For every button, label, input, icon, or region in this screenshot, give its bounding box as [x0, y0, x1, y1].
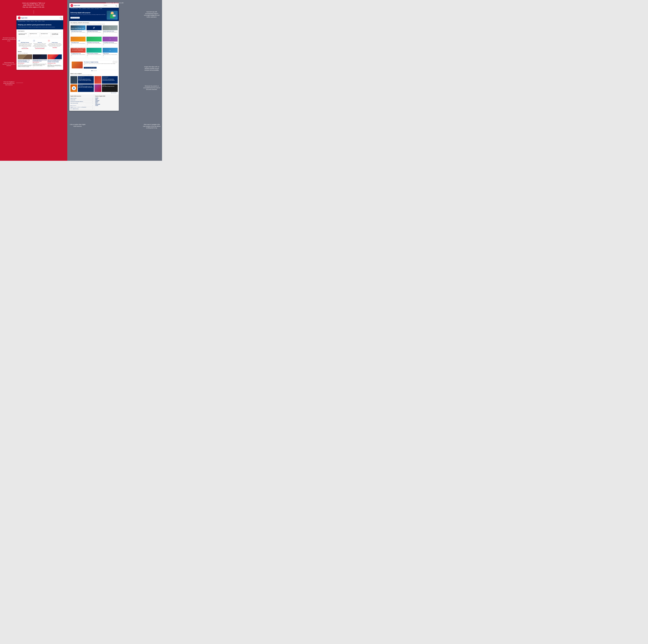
explore-link-strategy[interactable]: Strategy — [95, 97, 118, 98]
nav-item-1[interactable]: NSW Digital Strategy ▾ — [18, 21, 25, 21]
news-person-silhouette: 👤 — [72, 86, 76, 90]
branch-identity-nsw[interactable]: Identity NSW → — [70, 99, 93, 101]
product-body-5: NSW Digital Connectivity Index Lorem ips… — [87, 42, 102, 47]
product-desc-6: Lorem ipsum dolor sit amet, consectetur … — [103, 43, 117, 45]
news-card-2[interactable]: Digital Transformation 14th October 2024… — [95, 76, 118, 84]
nav-left: NSW Digital Strategy ▾ Funding ▾ Deliver… — [16, 20, 63, 22]
product-desc-7: Lorem ipsum dolor sit amet, consectetur … — [71, 54, 85, 56]
branch-arrow-cyber-security: → — [92, 103, 93, 104]
nav-item-3[interactable]: Delivery ▾ — [31, 21, 34, 21]
dot-4[interactable] — [95, 70, 96, 71]
dot-1[interactable] — [92, 70, 92, 71]
branch-arrow-digital-strategy: → — [92, 107, 93, 108]
nav-item-2[interactable]: Funding ▾ — [26, 21, 30, 21]
explore-link-policy[interactable]: Policy — [95, 99, 118, 99]
fast-track-item-4[interactable]: Accessibility and Inclusivity Toolkit → — [51, 33, 62, 37]
product-img-6: img — [103, 37, 117, 42]
product-card-8[interactable]: NSW Automation Guidelines Lorem ipsum do… — [87, 48, 102, 58]
product-arrow-9: → — [103, 56, 117, 58]
fast-track-title: Fast track to — [18, 31, 62, 32]
nav-item-5[interactable]: Talk to us — [38, 21, 41, 21]
branch-ict-sourcing[interactable]: ICT + Digital Sourcing → — [70, 108, 93, 110]
news-body-1: Digital Transformation 8th Oct 2024 Deli… — [78, 76, 94, 84]
explore-link-delivery[interactable]: Delivery — [95, 101, 118, 102]
nav-r-6[interactable]: Case studies — [95, 8, 99, 9]
news-card-3[interactable]: 👤 Digital Assurance The Trends and Insig… — [70, 84, 94, 92]
nav-r-4[interactable]: Delivery ▾ — [87, 8, 91, 9]
news-body-2: Digital Transformation 14th October 2024… — [102, 76, 118, 84]
view-all-articles[interactable]: View all articles → — [70, 93, 118, 93]
product-design-title: Design System — [48, 42, 62, 43]
news-title: What's new in digital? — [70, 73, 118, 74]
product-card-5[interactable]: NSW Digital Connectivity Index Lorem ips… — [87, 37, 102, 47]
branch-arrow-govt-tech: → — [92, 101, 93, 102]
fast-track-item-1[interactable]: The metaverse and the NSW Government → — [18, 33, 29, 37]
product-strategy-link[interactable]: Explore the strategy — [18, 48, 32, 49]
product-strategy-title: NSW Digital Strategy — [18, 42, 32, 43]
nav-r-3[interactable]: Investment ▾ — [82, 8, 87, 9]
product-card-6[interactable]: img Accessibility and Inclusivity Lorem … — [102, 37, 118, 47]
left-panel: Users are navigating to 'Talk to us' pag… — [0, 0, 67, 161]
nav-item-4[interactable]: Policy ▾ — [35, 21, 37, 21]
carousel-prev-btn[interactable]: ‹ — [113, 61, 115, 63]
story-card-2[interactable]: Delivering digital with purpose through … — [33, 54, 47, 69]
explore-link-contact[interactable]: Contact — [95, 105, 118, 106]
branch-digital-channels[interactable]: Digital Channels → — [70, 97, 93, 99]
news-card-4[interactable]: Digital NSW NSW Digital Strategy launche… — [95, 84, 118, 92]
annotation-imagery-right: Imagery that aligns with our Ministers p… — [143, 66, 161, 71]
fast-track-item-2[interactable]: Digital Restart Fund → — [29, 33, 40, 37]
fast-track-item-3[interactable]: State Digital Assets → — [40, 33, 51, 37]
story-card-1[interactable]: Learning from the success of the Process… — [18, 54, 32, 69]
annotation-line-products — [16, 63, 23, 64]
product-card-2[interactable]: ✗ NSW Digital Design System Lorem ipsum … — [87, 25, 102, 36]
news-image-4 — [95, 84, 101, 92]
logo-area-right: NSW Digital NSW — [70, 4, 80, 7]
search-icon-left[interactable] — [60, 17, 62, 19]
story-card-3[interactable]: What's new in the Digital Assurance Fram… — [48, 54, 62, 69]
nav-item-6[interactable]: Stories — [42, 21, 45, 21]
product-card-9[interactable]: img Digital Identity Lorem ipsum dolor s… — [102, 48, 118, 58]
feature-card: The future of digital identity Verifying… — [70, 60, 118, 70]
browser-left-mockup: NSW Digital NSW NSW Digital Strategy ▾ F… — [16, 15, 63, 70]
product-card-3[interactable]: img Special Collaboration Portal Lorem i… — [102, 25, 118, 36]
product-arrow-6: → — [103, 45, 117, 46]
product-arrow-1: → — [71, 34, 85, 35]
product-arrow-2: → — [87, 34, 101, 35]
product-desc-3: Lorem ipsum dolor sit amet, consectetur … — [103, 32, 117, 34]
right-panel: Accompany the search icon with placehold… — [67, 0, 162, 161]
annotation-pages-right: These pages are crucial for our users, a… — [69, 44, 87, 51]
stories-grid-left: Learning from the success of the Process… — [18, 54, 62, 69]
nav-r-5[interactable]: About ▾ — [91, 8, 94, 9]
branch-name-identity-nsw: Identity NSW — [70, 99, 75, 100]
story-title-3: What's new in the Digital Assurance Fram… — [48, 60, 62, 62]
product-design-link[interactable]: Start building — [48, 47, 62, 48]
carousel-nav: ‹ › — [113, 61, 117, 63]
hero-cta-button[interactable]: Learn more about us — [70, 17, 79, 18]
story-date-2: 8th October 2024 — [33, 63, 47, 63]
story-date-1: 14th October 2024 — [18, 64, 32, 64]
news-card-1[interactable]: Digital Transformation 8th Oct 2024 Deli… — [70, 76, 94, 84]
stories-subtitle-left: The latest in the digital space. — [18, 53, 62, 54]
annotation-branches-right: Links to explore other Digital NSW branc… — [69, 123, 87, 127]
feature-cta-button[interactable]: Read more about NSW Digital ID — [84, 67, 97, 68]
carousel-next-btn[interactable]: › — [115, 61, 117, 63]
explore-link-case-studies[interactable]: Case studies — [95, 104, 118, 104]
nav-r-2[interactable]: Policy ▾ — [79, 8, 82, 9]
dot-3[interactable] — [94, 70, 95, 71]
branch-govt-tech[interactable]: Government Technology Platforms → — [70, 101, 93, 102]
explore-link-about[interactable]: About — [95, 102, 118, 103]
nav-r-7[interactable]: Contact — [100, 8, 102, 9]
dot-2[interactable] — [93, 70, 93, 71]
news-arrow-2: → — [102, 82, 117, 83]
product-img-3: img — [103, 26, 117, 30]
product-resources-link[interactable]: Get the tools and templates — [33, 48, 47, 49]
footer-section: Digital NSW branches Digital Channels → … — [69, 94, 119, 111]
hero-left: Helping you deliver great government ser… — [16, 22, 63, 30]
story-tag-2: Digital Transformation — [33, 62, 47, 62]
nav-r-1[interactable]: NSW Digital Strategy ▾ — [70, 8, 78, 9]
news-grid: Digital Transformation 8th Oct 2024 Deli… — [70, 76, 118, 92]
logo-area-left: NSW Digital NSW — [18, 16, 27, 19]
dot-5[interactable] — [96, 70, 97, 71]
feature-desc: Verifying your identity can be time-cons… — [84, 63, 116, 65]
explore-link-investment[interactable]: Investment — [95, 100, 118, 101]
